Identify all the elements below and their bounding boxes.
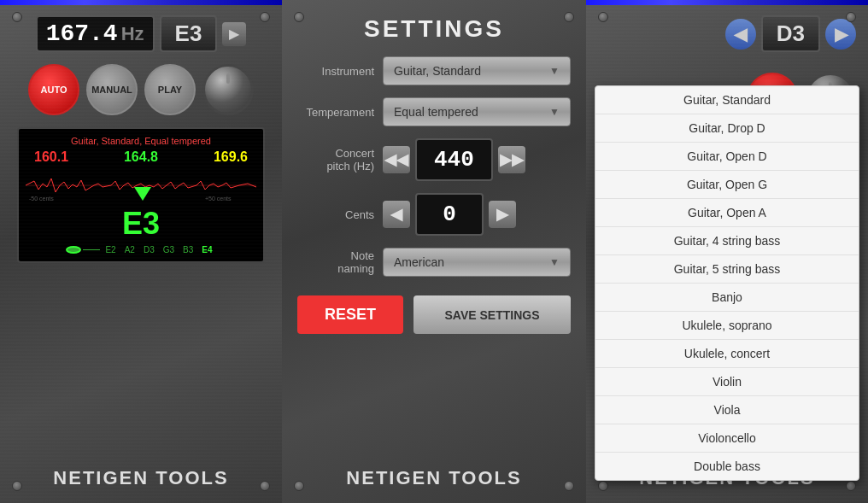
cents-increment[interactable]: ▶ xyxy=(489,201,516,228)
screw-tl xyxy=(12,12,22,22)
tuner-scale: -50 cents +50 cents xyxy=(26,168,256,202)
tuner-numbers: 160.1 164.8 169.6 xyxy=(26,149,256,165)
cents-row: Cents ◀ 0 ▶ xyxy=(297,193,571,236)
buttons-row: AUTO MANUAL PLAY xyxy=(28,64,254,115)
freq-unit: Hz xyxy=(121,23,144,45)
screw-bl xyxy=(12,481,22,491)
instrument-row: Instrument Guitar, Standard ▼ xyxy=(297,56,571,85)
note-naming-label: Note naming xyxy=(297,249,374,275)
note-naming-value: American xyxy=(394,255,444,269)
concert-decrement[interactable]: ◀◀ xyxy=(383,146,410,173)
note-d3: D3 xyxy=(140,245,158,254)
mid-screw-tr xyxy=(564,12,574,22)
note-naming-control: American ▼ xyxy=(383,248,571,277)
right-nav-left[interactable]: ◀ xyxy=(725,19,756,50)
temperament-control: Equal tempered ▼ xyxy=(383,97,571,126)
action-row: RESET SAVE SETTINGS xyxy=(297,295,571,334)
cents-label: Cents xyxy=(297,208,374,221)
dropdown-item-10[interactable]: Violin xyxy=(595,368,859,396)
tuner-display: Guitar, Standard, Equal tempered 160.1 1… xyxy=(17,127,265,263)
right-screw-tr xyxy=(846,12,856,22)
dropdown-item-2[interactable]: Guitar, Open D xyxy=(595,143,859,171)
note-naming-dropdown-btn[interactable]: American ▼ xyxy=(383,248,571,277)
concert-control: ◀◀ 440 ▶▶ xyxy=(383,138,571,181)
right-screw-bl xyxy=(598,481,608,491)
tuner-num-mid: 164.8 xyxy=(124,149,158,165)
guitar-icon xyxy=(66,246,81,254)
right-note-display: D3 xyxy=(761,15,820,52)
svg-marker-1 xyxy=(134,187,151,201)
right-screw-br xyxy=(846,481,856,491)
reset-button[interactable]: RESET xyxy=(297,295,403,334)
auto-button[interactable]: AUTO xyxy=(28,64,79,115)
right-screw-tl xyxy=(598,12,608,22)
right-note-area: ◀ D3 ▶ xyxy=(586,0,868,52)
cents-value: 0 xyxy=(415,193,484,236)
note-box: E3 xyxy=(160,15,218,52)
save-button[interactable]: SAVE SETTINGS xyxy=(413,295,571,334)
temperament-label: Temperament xyxy=(297,106,374,119)
concert-increment[interactable]: ▶▶ xyxy=(498,146,525,173)
dropdown-item-3[interactable]: Guitar, Open G xyxy=(595,171,859,199)
cents-decrement[interactable]: ◀ xyxy=(383,201,410,228)
instrument-dropdown-btn[interactable]: Guitar, Standard ▼ xyxy=(383,56,571,85)
note-g3: G3 xyxy=(160,245,178,254)
settings-knob[interactable] xyxy=(202,64,254,115)
mid-screw-bl xyxy=(294,481,304,491)
dropdown-item-11[interactable]: Viola xyxy=(595,396,859,424)
left-footer: NETIGEN TOOLS xyxy=(53,467,228,489)
dropdown-item-8[interactable]: Ukulele, soprano xyxy=(595,312,859,340)
freq-value: 167.4 xyxy=(46,20,118,47)
tuner-waveform: -50 cents +50 cents xyxy=(26,168,256,202)
note-naming-arrow: ▼ xyxy=(549,256,560,268)
note-e4: E4 xyxy=(198,245,215,254)
dropdown-item-13[interactable]: Double bass xyxy=(595,453,859,480)
instrument-arrow: ▼ xyxy=(549,65,560,77)
svg-text:-50 cents: -50 cents xyxy=(29,196,54,202)
tuner-num-left: 160.1 xyxy=(34,149,68,165)
note-e2: E2 xyxy=(102,245,119,254)
concert-value: 440 xyxy=(415,138,493,181)
note-b3: B3 xyxy=(179,245,196,254)
note-naming-row: Note naming American ▼ xyxy=(297,248,571,277)
instrument-control: Guitar, Standard ▼ xyxy=(383,56,571,85)
dropdown-item-6[interactable]: Guitar, 5 string bass xyxy=(595,255,859,284)
play-button[interactable]: PLAY xyxy=(144,64,196,115)
svg-text:+50 cents: +50 cents xyxy=(205,196,232,202)
mid-panel: SETTINGS Instrument Guitar, Standard ▼ T… xyxy=(282,0,586,503)
freq-box: 167.4 Hz xyxy=(36,15,155,52)
dropdown-item-12[interactable]: Violoncello xyxy=(595,424,859,453)
instrument-dropdown-menu: Guitar, Standard Guitar, Drop D Guitar, … xyxy=(595,85,859,481)
manual-button[interactable]: MANUAL xyxy=(86,64,138,115)
note-a2: A2 xyxy=(121,245,138,254)
temperament-dropdown-btn[interactable]: Equal tempered ▼ xyxy=(383,97,571,126)
string-line xyxy=(83,249,100,250)
instrument-label: Instrument xyxy=(297,65,374,78)
dropdown-item-5[interactable]: Guitar, 4 string bass xyxy=(595,227,859,255)
screw-tr xyxy=(260,12,270,22)
mid-footer: NETIGEN TOOLS xyxy=(346,467,521,489)
dropdown-item-1[interactable]: Guitar, Drop D xyxy=(595,114,859,143)
left-panel: 167.4 Hz E3 ▶ AUTO MANUAL PLAY Guitar, S… xyxy=(0,0,282,503)
screw-br xyxy=(260,481,270,491)
note-row: E2 A2 D3 G3 B3 E4 xyxy=(26,245,256,254)
nav-right-arrow[interactable]: ▶ xyxy=(222,22,246,46)
dropdown-item-7[interactable]: Banjo xyxy=(595,284,859,312)
dropdown-item-4[interactable]: Guitar, Open A xyxy=(595,199,859,227)
dropdown-item-9[interactable]: Ukulele, concert xyxy=(595,340,859,368)
temperament-row: Temperament Equal tempered ▼ xyxy=(297,97,571,126)
concert-row: Concert pitch (Hz) ◀◀ 440 ▶▶ xyxy=(297,138,571,181)
cents-control: ◀ 0 ▶ xyxy=(383,193,571,236)
freq-display: 167.4 Hz E3 ▶ xyxy=(36,15,247,52)
dropdown-item-0[interactable]: Guitar, Standard xyxy=(595,86,859,114)
right-panel: Guitar, Standard Guitar, Drop D Guitar, … xyxy=(586,0,868,503)
right-nav-right[interactable]: ▶ xyxy=(825,19,856,50)
big-note: E3 xyxy=(26,206,256,242)
mid-screw-br xyxy=(564,481,574,491)
settings-title: SETTINGS xyxy=(364,15,504,43)
temperament-value: Equal tempered xyxy=(394,105,478,119)
mid-screw-tl xyxy=(294,12,304,22)
instrument-value: Guitar, Standard xyxy=(394,64,481,78)
temperament-arrow: ▼ xyxy=(549,106,560,118)
tuner-instrument-label: Guitar, Standard, Equal tempered xyxy=(26,136,256,146)
